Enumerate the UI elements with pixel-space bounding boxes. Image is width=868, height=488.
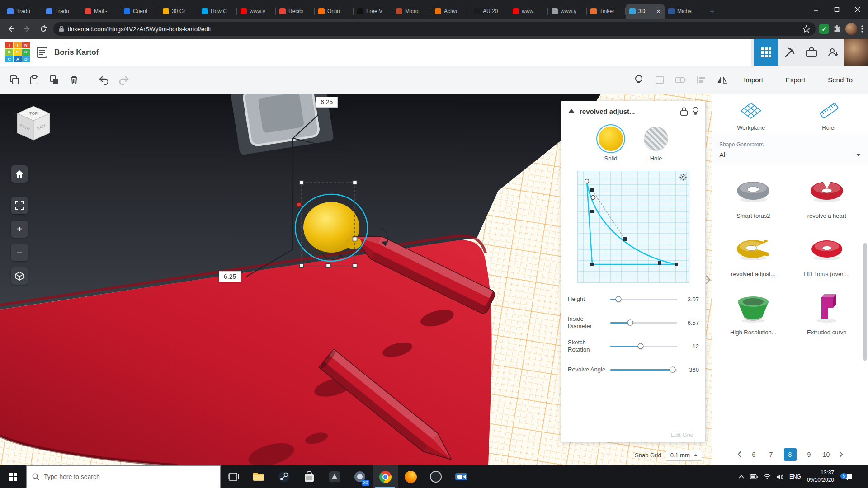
page-number[interactable]: 7 — [767, 451, 776, 458]
slider-knob[interactable] — [637, 343, 643, 349]
design-menu-icon[interactable] — [36, 47, 48, 58]
extensions-puzzle-icon[interactable] — [833, 24, 842, 33]
browser-tab[interactable]: Tinker — [587, 4, 626, 19]
ungroup-button[interactable] — [671, 71, 689, 89]
browser-tab[interactable]: How C — [198, 4, 237, 19]
reload-button[interactable] — [37, 23, 50, 35]
3d-viewport[interactable]: 6.25 6.25 TOP RIGHT BACK + − — [0, 94, 712, 465]
page-prev-icon[interactable] — [737, 451, 741, 458]
duplicate-button[interactable] — [45, 71, 63, 89]
new-tab-button[interactable]: + — [705, 5, 719, 18]
app-dark-button[interactable] — [322, 465, 347, 488]
minimize-button[interactable] — [806, 0, 826, 19]
browser-tab[interactable]: Tradu — [42, 4, 81, 19]
mirror-button[interactable] — [713, 71, 731, 89]
hole-swatch-icon[interactable] — [644, 127, 668, 151]
visibility-bulb-icon[interactable] — [692, 107, 699, 116]
taskbar-search[interactable] — [26, 465, 221, 488]
page-number[interactable]: 10 — [822, 451, 831, 458]
browser-profile-avatar[interactable] — [845, 23, 857, 35]
generators-filter-dropdown[interactable]: All — [719, 151, 861, 159]
volume-icon[interactable] — [777, 474, 783, 480]
extension-check-icon[interactable]: ✓ — [819, 24, 829, 34]
snap-grid-dropdown[interactable]: 0.1 mm — [666, 450, 702, 461]
browser-tab[interactable]: www. — [509, 4, 548, 19]
copy-button[interactable] — [5, 71, 24, 89]
solid-option[interactable]: Solid — [599, 127, 623, 162]
bookmark-star-icon[interactable] — [802, 25, 810, 33]
page-number[interactable]: 6 — [750, 451, 759, 458]
share-invite-button[interactable] — [823, 39, 844, 66]
maximize-button[interactable] — [826, 0, 847, 19]
home-view-button[interactable] — [11, 165, 28, 183]
firefox-button[interactable] — [398, 465, 423, 488]
hole-option[interactable]: Hole — [644, 127, 668, 162]
task-view-button[interactable] — [221, 465, 246, 488]
zoom-in-button[interactable]: + — [11, 221, 28, 238]
panel-collapse-handle[interactable] — [705, 275, 711, 286]
action-center-button[interactable]: 5 — [840, 473, 856, 481]
browser-tab[interactable]: www.y — [237, 4, 276, 19]
store-button[interactable] — [297, 465, 322, 488]
search-input[interactable] — [44, 473, 215, 480]
browser-tab[interactable]: Micro — [392, 4, 431, 19]
slider-value[interactable]: 6.57 — [682, 319, 699, 326]
revolve-angle-slider[interactable] — [610, 369, 677, 371]
slider-value[interactable]: 3.07 — [682, 296, 699, 303]
perspective-toggle-button[interactable] — [11, 267, 28, 285]
file-explorer-button[interactable] — [246, 465, 271, 488]
wifi-icon[interactable] — [764, 474, 771, 479]
fit-view-button[interactable] — [11, 197, 28, 214]
lock-icon[interactable] — [680, 107, 688, 116]
browser-tab[interactable]: Free V — [354, 4, 392, 19]
slider-knob[interactable] — [627, 320, 633, 326]
user-avatar[interactable] — [844, 39, 868, 66]
group-button[interactable] — [651, 71, 669, 89]
edit-grid-label[interactable]: Edit Grid — [670, 432, 693, 438]
collapse-panel-icon[interactable] — [568, 109, 575, 113]
browser-tab[interactable]: Tradu — [4, 4, 42, 19]
page-next-icon[interactable] — [839, 451, 843, 458]
app-with-count-button[interactable]: 30 — [347, 465, 373, 488]
browser-tab[interactable]: www.y — [548, 4, 587, 19]
tray-expand-icon[interactable] — [739, 475, 744, 479]
language-indicator[interactable]: ENG — [789, 474, 801, 480]
shape-item[interactable]: HD Torus (overl... — [790, 232, 864, 277]
browser-tab[interactable]: Micha — [665, 4, 703, 19]
back-button[interactable] — [5, 23, 17, 35]
brick-export-button[interactable] — [801, 39, 822, 66]
export-button[interactable]: Export — [776, 76, 815, 84]
tab-close-icon[interactable]: ✕ — [656, 8, 661, 15]
workplane-tool[interactable]: Workplane — [712, 101, 790, 131]
slider-knob[interactable] — [615, 296, 621, 302]
chrome-button-active[interactable] — [373, 465, 398, 488]
view-cube[interactable]: TOP RIGHT BACK — [12, 103, 55, 148]
dimension-label-top[interactable]: 6.25 — [316, 97, 338, 108]
dimension-label-left[interactable]: 6.25 — [219, 271, 241, 282]
browser-tab-active[interactable]: 3D ✕ — [626, 4, 665, 19]
slider-value[interactable]: 360 — [682, 366, 699, 373]
send-to-button[interactable]: Send To — [818, 76, 863, 84]
delete-button[interactable] — [65, 71, 83, 89]
battery-icon[interactable] — [750, 474, 758, 479]
camera-app-button[interactable] — [448, 465, 474, 488]
profile-curve-editor[interactable] — [577, 171, 689, 283]
browser-tab[interactable]: Recibi — [276, 4, 315, 19]
shape-item[interactable]: High Resolution... — [717, 290, 790, 336]
sketch-rotation-slider[interactable] — [610, 346, 677, 347]
undo-button[interactable] — [95, 71, 113, 89]
import-button[interactable]: Import — [734, 76, 773, 84]
zoom-out-button[interactable]: − — [11, 244, 28, 261]
redo-button[interactable] — [115, 71, 133, 89]
height-slider[interactable] — [610, 299, 677, 300]
browser-tab[interactable]: Mail - — [81, 4, 120, 19]
browser-tab[interactable]: AU 20 — [470, 4, 509, 19]
browser-tab[interactable]: Onlin — [315, 4, 354, 19]
browser-tab[interactable]: Cuent — [120, 4, 159, 19]
page-number[interactable]: 9 — [805, 451, 814, 458]
paste-button[interactable] — [25, 71, 43, 89]
shape-item[interactable]: revolve a heart — [790, 174, 864, 219]
browser-tab[interactable]: 30 Gr — [159, 4, 198, 19]
ruler-tool[interactable]: Ruler — [790, 101, 868, 131]
notes-button[interactable] — [630, 71, 648, 89]
